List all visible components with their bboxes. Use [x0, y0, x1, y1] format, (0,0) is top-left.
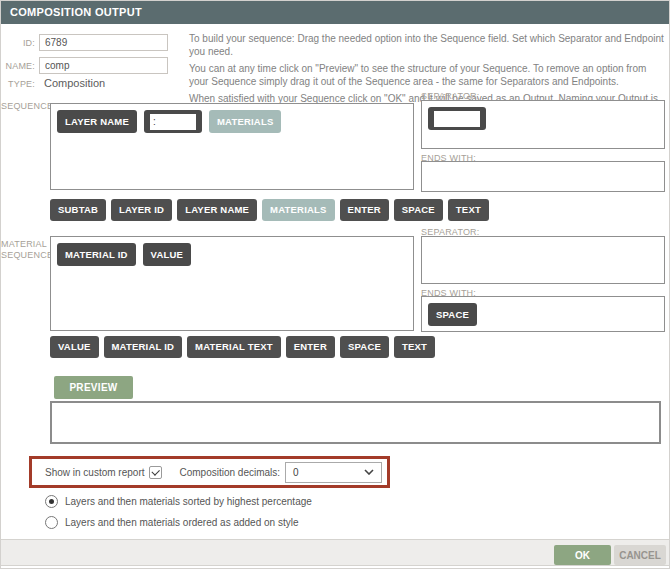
material-ends-with-chip-space[interactable]: SPACE — [428, 303, 477, 326]
material-sequence-dropzone[interactable]: MATERIAL ID VALUE — [50, 236, 414, 331]
material-separator-dropzone[interactable] — [421, 236, 665, 284]
highlight-annotation: Show in custom report Composition decima… — [29, 456, 390, 488]
palette-button-material-id[interactable]: MATERIAL ID — [104, 336, 183, 358]
palette-button-material-enter[interactable]: ENTER — [286, 336, 335, 358]
sequence-chip-text[interactable] — [144, 110, 202, 133]
material-palette: VALUE MATERIAL ID MATERIAL TEXT ENTER SP… — [50, 336, 435, 358]
palette-button-subtab[interactable]: SUBTAB — [50, 199, 106, 221]
material-sequence-label: MATERIAL SEQUENCE: — [1, 239, 45, 261]
chevron-down-icon — [364, 469, 374, 475]
composition-decimals-value: 0 — [293, 467, 299, 478]
dialog-header: COMPOSITION OUTPUT — [1, 1, 670, 24]
palette-button-value[interactable]: VALUE — [50, 336, 99, 358]
palette-button-space[interactable]: SPACE — [394, 199, 443, 221]
sequence-palette: SUBTAB LAYER ID LAYER NAME MATERIALS ENT… — [50, 199, 489, 221]
name-label: NAME: — [1, 61, 35, 71]
id-input[interactable] — [39, 34, 168, 51]
show-in-custom-report-label: Show in custom report — [45, 467, 145, 478]
sort-radio-added-order[interactable]: Layers and then materials ordered as add… — [45, 516, 298, 529]
separator-dropzone[interactable] — [421, 100, 665, 149]
sort-radio-highest-percentage[interactable]: Layers and then materials sorted by high… — [45, 495, 312, 508]
palette-button-layer-name[interactable]: LAYER NAME — [177, 199, 257, 221]
type-label: TYPE: — [1, 79, 35, 89]
instruction-line-1: To build your sequence: Drag the needed … — [189, 32, 667, 58]
composition-output-dialog: COMPOSITION OUTPUT ID: NAME: TYPE: Compo… — [0, 0, 670, 569]
cancel-button[interactable]: CANCEL — [614, 545, 666, 565]
preview-output-box — [50, 401, 661, 444]
composition-decimals-select[interactable]: 0 — [285, 462, 382, 483]
palette-button-material-text[interactable]: MATERIAL TEXT — [187, 336, 281, 358]
name-input[interactable] — [39, 57, 168, 74]
id-label: ID: — [1, 38, 35, 48]
dialog-footer: OK CANCEL — [1, 539, 670, 566]
material-ends-with-dropzone[interactable]: SPACE — [421, 296, 665, 332]
separator-text-chip[interactable] — [428, 107, 486, 130]
palette-button-material-text2[interactable]: TEXT — [394, 336, 435, 358]
instruction-line-2: You can at any time click on "Preview" t… — [189, 62, 667, 88]
preview-button[interactable]: PREVIEW — [54, 376, 133, 399]
sequence-dropzone[interactable]: LAYER NAME MATERIALS — [50, 103, 414, 190]
ends-with-dropzone[interactable] — [421, 161, 665, 192]
sequence-chip-layer-name[interactable]: LAYER NAME — [57, 110, 137, 133]
sequence-label: SEQUENCE: — [1, 101, 45, 111]
palette-button-enter[interactable]: ENTER — [340, 199, 389, 221]
dialog-title: COMPOSITION OUTPUT — [10, 6, 142, 18]
show-in-custom-report-checkbox[interactable] — [149, 466, 162, 479]
sort-option-label: Layers and then materials sorted by high… — [65, 496, 312, 507]
type-value: Composition — [44, 77, 105, 89]
sequence-text-chip-input[interactable] — [150, 114, 196, 130]
material-chip-value[interactable]: VALUE — [143, 243, 192, 266]
sequence-chip-materials[interactable]: MATERIALS — [209, 110, 282, 133]
palette-button-layer-id[interactable]: LAYER ID — [111, 199, 172, 221]
sort-option-label: Layers and then materials ordered as add… — [65, 517, 298, 528]
palette-button-materials[interactable]: MATERIALS — [262, 199, 335, 221]
composition-decimals-label: Composition decimals: — [180, 467, 281, 478]
separator-text-chip-input[interactable] — [434, 111, 480, 127]
ok-button[interactable]: OK — [554, 545, 611, 565]
radio-icon[interactable] — [45, 495, 58, 508]
palette-button-material-space[interactable]: SPACE — [340, 336, 389, 358]
palette-button-text[interactable]: TEXT — [448, 199, 489, 221]
radio-icon[interactable] — [45, 516, 58, 529]
material-chip-material-id[interactable]: MATERIAL ID — [57, 243, 136, 266]
